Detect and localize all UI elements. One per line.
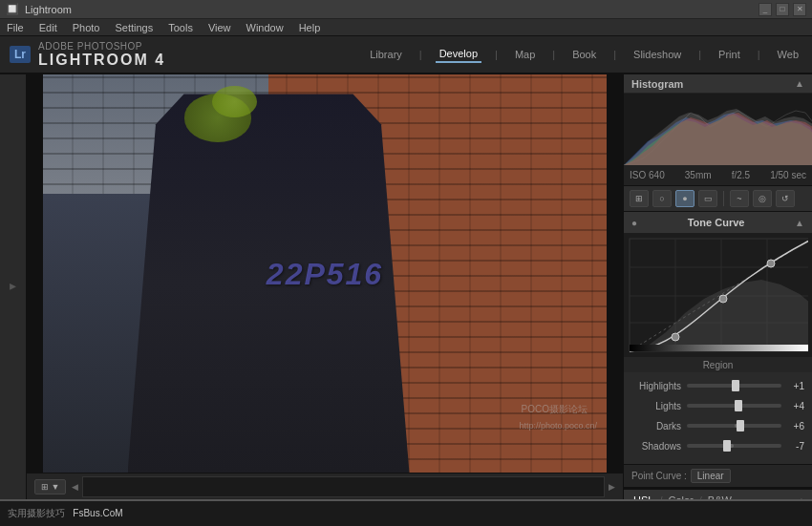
title-bar-controls[interactable]: _ □ ✕ bbox=[759, 3, 806, 16]
nav-map[interactable]: Map bbox=[511, 47, 539, 62]
hsl-tab-bw[interactable]: B&W bbox=[704, 494, 736, 499]
hsl-tab-hsl[interactable]: HSL bbox=[630, 494, 657, 499]
nav-web[interactable]: Web bbox=[774, 47, 802, 62]
minimize-button[interactable]: _ bbox=[759, 3, 772, 16]
menu-view[interactable]: View bbox=[205, 22, 234, 33]
histogram-svg bbox=[624, 94, 812, 165]
tone-curve-canvas[interactable] bbox=[624, 233, 812, 357]
menu-bar: File Edit Photo Settings Tools View Wind… bbox=[0, 19, 812, 36]
menu-window[interactable]: Window bbox=[244, 22, 287, 33]
darks-label: Darks bbox=[631, 421, 687, 431]
status-text: 实用摄影技巧 FsBus.CoM bbox=[8, 507, 123, 520]
tool-grad[interactable]: ▭ bbox=[698, 190, 717, 207]
hsl-collapse[interactable]: ▲ bbox=[797, 495, 806, 500]
bottom-strip-left: ⊞ ▼ ◀ bbox=[34, 479, 78, 494]
svg-rect-18 bbox=[630, 345, 808, 351]
focal-value: 35mm bbox=[685, 170, 712, 180]
nav-develop[interactable]: Develop bbox=[436, 46, 481, 63]
hsl-section: HSL / Color / B&W ▲ Hue Saturation Lumin… bbox=[624, 489, 812, 499]
tool-spot[interactable]: ○ bbox=[652, 190, 672, 207]
histogram-info: ISO 640 35mm f/2.5 1/50 sec bbox=[624, 165, 812, 186]
sliders-section: Highlights +1 Lights +4 bbox=[624, 372, 812, 464]
tool-divider bbox=[723, 191, 724, 206]
menu-edit[interactable]: Edit bbox=[36, 22, 60, 33]
highlights-label: Highlights bbox=[631, 381, 687, 391]
filmstrip-area bbox=[82, 476, 605, 497]
menu-settings[interactable]: Settings bbox=[112, 22, 156, 33]
adobe-text: ADOBE PHOTOSHOP bbox=[38, 41, 165, 52]
histogram-section: Histogram ▲ bbox=[624, 74, 812, 186]
filmstrip-arrow-left[interactable]: ◀ bbox=[72, 482, 78, 492]
nav-library[interactable]: Library bbox=[366, 47, 406, 62]
top-header: Lr ADOBE PHOTOSHOP LIGHTROOM 4 Library |… bbox=[0, 36, 812, 74]
left-panel-handle: ◀ bbox=[9, 283, 18, 292]
highlights-row: Highlights +1 bbox=[631, 378, 804, 393]
point-curve-label: Point Curve : bbox=[631, 471, 687, 481]
tone-curve-title: Tone Curve bbox=[688, 217, 745, 228]
photo-watermark3: http://photo.poco.cn/ bbox=[519, 421, 597, 431]
maximize-button[interactable]: □ bbox=[776, 3, 789, 16]
svg-point-16 bbox=[719, 295, 727, 303]
lr-logo: Lr ADOBE PHOTOSHOP LIGHTROOM 4 bbox=[10, 41, 165, 69]
menu-tools[interactable]: Tools bbox=[165, 22, 196, 33]
histogram-title: Histogram bbox=[631, 78, 683, 90]
status-label: 实用摄影技巧 bbox=[8, 508, 65, 518]
photo-container: 22P516 POCO摄影论坛 http://photo.poco.cn/ bbox=[27, 74, 623, 473]
tone-curve-svg bbox=[628, 237, 808, 353]
lights-value: +4 bbox=[781, 401, 804, 411]
darks-value: +6 bbox=[781, 421, 804, 431]
highlights-value: +1 bbox=[781, 381, 804, 391]
tone-curve-indicator: ● bbox=[631, 218, 637, 228]
view-mode-label[interactable]: ⊞ ▼ bbox=[34, 479, 66, 494]
nav-print[interactable]: Print bbox=[715, 47, 744, 62]
lights-row: Lights +4 bbox=[631, 398, 804, 413]
right-panel: Histogram ▲ bbox=[623, 74, 812, 499]
bottom-strip: ⊞ ▼ ◀ ▶ bbox=[27, 473, 623, 499]
status-highlight: FsBus.CoM bbox=[73, 508, 122, 518]
tone-curve-collapse[interactable]: ▲ bbox=[795, 218, 804, 228]
nav-book[interactable]: Book bbox=[568, 47, 600, 62]
photo-watermark2: POCO摄影论坛 bbox=[522, 403, 588, 416]
svg-point-17 bbox=[767, 260, 775, 267]
hsl-tab-color[interactable]: Color bbox=[664, 494, 696, 499]
title-bar: 🔲 Lightroom _ □ ✕ bbox=[0, 0, 812, 19]
tool-brush[interactable]: ~ bbox=[730, 190, 749, 207]
lights-slider[interactable] bbox=[687, 404, 781, 408]
menu-help[interactable]: Help bbox=[296, 22, 324, 33]
region-label: Region bbox=[624, 357, 812, 372]
lr-badge: Lr bbox=[10, 46, 31, 63]
left-panel: ◀ bbox=[0, 74, 27, 499]
highlights-slider[interactable] bbox=[687, 384, 781, 388]
window-icon: 🔲 bbox=[6, 3, 19, 15]
point-curve-value[interactable]: Linear bbox=[691, 469, 731, 483]
window-title: Lightroom bbox=[25, 4, 72, 15]
histogram-header: Histogram ▲ bbox=[624, 74, 812, 94]
lr-title-group: ADOBE PHOTOSHOP LIGHTROOM 4 bbox=[38, 41, 165, 69]
shutter-value: 1/50 sec bbox=[770, 170, 806, 180]
tone-curve-section: ● Tone Curve ▲ bbox=[624, 212, 812, 489]
tool-crop[interactable]: ⊞ bbox=[630, 190, 649, 207]
top-nav: Library | Develop | Map | Book | Slidesh… bbox=[366, 46, 802, 63]
shadows-value: -7 bbox=[781, 441, 804, 452]
tools-row: ⊞ ○ ● ▭ ~ ◎ ↺ bbox=[624, 186, 812, 212]
iso-value: ISO 640 bbox=[630, 170, 665, 180]
main-layout: ◀ 22P516 POCO摄影论坛 bbox=[0, 74, 812, 499]
hsl-header: HSL / Color / B&W ▲ bbox=[624, 490, 812, 499]
nav-slideshow[interactable]: Slideshow bbox=[630, 47, 685, 62]
menu-file[interactable]: File bbox=[4, 22, 27, 33]
svg-point-15 bbox=[672, 333, 679, 341]
title-bar-left: 🔲 Lightroom bbox=[6, 3, 72, 15]
tool-reset[interactable]: ↺ bbox=[776, 190, 795, 207]
lr-title: LIGHTROOM 4 bbox=[38, 52, 165, 69]
darks-slider[interactable] bbox=[687, 424, 781, 428]
aperture-value: f/2.5 bbox=[732, 170, 750, 180]
tool-red-eye[interactable]: ● bbox=[675, 190, 694, 207]
close-button[interactable]: ✕ bbox=[793, 3, 806, 16]
hsl-tabs: HSL / Color / B&W bbox=[630, 494, 736, 499]
histogram-canvas bbox=[624, 94, 812, 165]
tool-target[interactable]: ◎ bbox=[753, 190, 772, 207]
menu-photo[interactable]: Photo bbox=[70, 22, 103, 33]
shadows-slider[interactable] bbox=[687, 444, 781, 448]
filmstrip-arrow-right[interactable]: ▶ bbox=[609, 482, 615, 492]
histogram-collapse[interactable]: ▲ bbox=[795, 78, 804, 89]
